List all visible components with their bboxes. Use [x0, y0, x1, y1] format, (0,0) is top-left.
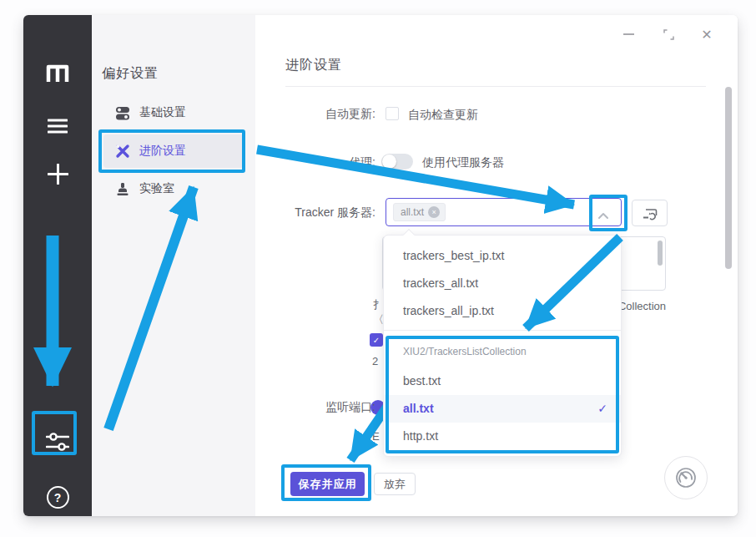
dropdown-pointer — [403, 229, 415, 241]
proxy-label: 代理: — [259, 155, 375, 170]
discard-button[interactable]: 放弃 — [374, 473, 416, 495]
page-title: 进阶设置 — [285, 57, 342, 74]
tracker-dropdown: trackers_best_ip.txt trackers_all.txt tr… — [383, 235, 622, 457]
plus-icon — [48, 164, 68, 185]
check-icon: ✓ — [373, 336, 380, 345]
title-divider — [285, 86, 706, 87]
dropdown-option-selected[interactable]: all.txt ✓ — [384, 395, 621, 423]
tools-icon — [115, 144, 130, 159]
motrix-logo — [23, 63, 92, 84]
obscured-text-fragment: 扌 — [373, 297, 383, 312]
nav-item-label: 实验室 — [139, 181, 174, 196]
obscured-text-fragment: 2 — [372, 355, 382, 367]
help-button[interactable]: ? — [23, 486, 92, 509]
textarea-scrollbar[interactable] — [658, 241, 663, 266]
close-button[interactable]: ✕ — [694, 22, 719, 47]
toggles-icon — [115, 105, 130, 120]
obscured-checkbox-fragment: ✓ — [370, 333, 383, 347]
app-sidebar: ? — [23, 15, 92, 516]
maximize-icon — [663, 29, 674, 40]
question-icon: ? — [47, 486, 69, 509]
window-controls: ✕ — [616, 22, 724, 50]
lab-stamp-icon — [115, 181, 130, 196]
tracker-server-label: Tracker 服务器: — [259, 205, 375, 220]
proxy-toggle-label: 使用代理服务器 — [422, 155, 504, 170]
auto-update-label: 自动更新: — [259, 107, 375, 122]
app-window: ? 偏好设置 基础设置 — [23, 15, 738, 516]
tag-close-icon[interactable]: × — [428, 206, 440, 218]
minimize-icon — [623, 33, 634, 35]
task-list-button[interactable] — [23, 119, 92, 134]
tracker-server-select[interactable]: all.txt × — [386, 198, 622, 226]
task-list-icon — [48, 119, 68, 134]
gauge-icon — [673, 464, 699, 491]
toggle-knob — [382, 155, 396, 169]
nav-item-advanced-settings[interactable]: 进阶设置 — [103, 134, 244, 168]
selected-tracker-tag[interactable]: all.txt × — [393, 203, 446, 221]
check-icon: ✓ — [597, 395, 607, 423]
dropdown-divider — [384, 330, 621, 331]
minimize-button[interactable] — [616, 22, 641, 47]
preferences-nav: 偏好设置 基础设置 — [92, 15, 255, 516]
chevron-up-icon[interactable] — [597, 208, 609, 223]
preferences-title: 偏好设置 — [102, 65, 159, 83]
add-task-button[interactable] — [23, 164, 92, 185]
page-scrollbar[interactable] — [725, 87, 732, 269]
proxy-toggle[interactable] — [381, 154, 413, 170]
dropdown-option[interactable]: trackers_best_ip.txt — [384, 242, 621, 270]
tag-label: all.txt — [401, 206, 424, 218]
settings-button[interactable] — [23, 432, 92, 452]
dropdown-option[interactable]: best.txt — [384, 367, 621, 395]
nav-item-label: 进阶设置 — [139, 144, 186, 159]
nav-item-label: 基础设置 — [139, 105, 186, 120]
sync-icon — [642, 206, 658, 220]
dropdown-group-label: XIU2/TrackersListCollection — [403, 342, 527, 361]
dropdown-option[interactable]: http.txt — [384, 423, 621, 450]
sliders-icon — [46, 432, 69, 452]
speed-limit-button[interactable] — [664, 456, 708, 499]
dropdown-option[interactable]: trackers_all_ip.txt — [384, 297, 621, 325]
close-icon: ✕ — [701, 27, 712, 43]
listen-port-label: 监听端口: — [259, 400, 375, 415]
save-and-apply-button[interactable]: 保存并应用 — [290, 472, 365, 496]
advanced-settings-pane: ✕ 进阶设置 自动更新: 自动检查更新 代理: 使用代理服务器 Tracker … — [255, 15, 738, 516]
screenshot-canvas: ? 偏好设置 基础设置 — [0, 0, 756, 537]
maximize-button[interactable] — [656, 22, 681, 47]
option-label: all.txt — [403, 402, 434, 415]
nav-item-lab[interactable]: 实验室 — [103, 172, 244, 205]
auto-update-checkbox-label: 自动检查更新 — [408, 108, 478, 123]
nav-item-basic-settings[interactable]: 基础设置 — [103, 96, 244, 129]
sync-trackers-button[interactable] — [632, 200, 668, 226]
dropdown-option[interactable]: trackers_all.txt — [384, 270, 621, 297]
obscured-text-fragment: E — [372, 430, 382, 443]
motrix-logo-icon — [45, 63, 70, 84]
auto-update-checkbox[interactable] — [386, 107, 399, 120]
obscured-text-fragment: 〈 — [373, 312, 383, 327]
